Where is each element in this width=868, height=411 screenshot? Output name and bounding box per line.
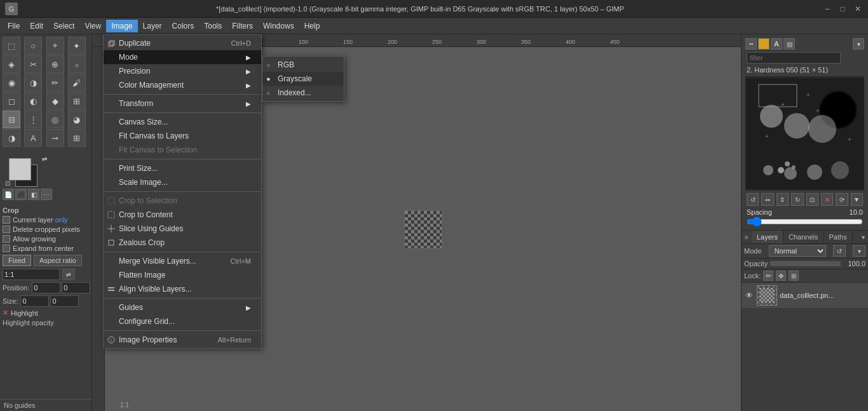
menu-canvas-size[interactable]: Canvas Size... bbox=[104, 115, 261, 129]
menu-image-properties[interactable]: i Image Properties Alt+Return bbox=[104, 333, 261, 347]
size-h-input[interactable] bbox=[50, 295, 79, 307]
tool-heal[interactable]: ⊟ bbox=[3, 111, 20, 128]
brush-reset-btn[interactable]: ↺ bbox=[747, 193, 759, 206]
mode-select[interactable]: Normal Multiply Screen bbox=[769, 245, 826, 257]
menu-print-size[interactable]: Print Size... bbox=[104, 161, 261, 175]
layer-item[interactable]: 👁 data_colllect.pn... bbox=[742, 283, 868, 308]
current-layer-only-checkbox[interactable] bbox=[3, 216, 10, 224]
size-ratio-swap[interactable]: ⇄ bbox=[62, 269, 75, 280]
menu-file[interactable]: File bbox=[3, 20, 25, 32]
menu-duplicate[interactable]: Duplicate Ctrl+D bbox=[104, 36, 261, 50]
fixed-radio-btn[interactable]: Fixed bbox=[3, 255, 31, 266]
brush-rotate-btn[interactable]: ↻ bbox=[791, 193, 803, 206]
tab-paths[interactable]: Paths bbox=[824, 231, 853, 243]
patterns-icon[interactable]: ⬛ bbox=[15, 189, 27, 200]
tool-ellipse-select[interactable]: ○ bbox=[24, 37, 42, 55]
new-image-icon[interactable]: 📄 bbox=[3, 189, 14, 200]
tool-free-select[interactable]: ⌖ bbox=[46, 37, 64, 55]
position-x-input[interactable] bbox=[32, 282, 60, 293]
layers-panel-icon[interactable]: ≡ bbox=[742, 231, 752, 243]
tool-pencil[interactable]: ✏ bbox=[46, 74, 64, 91]
size-ratio-input[interactable]: 1:1 bbox=[3, 269, 60, 280]
menu-zealous-crop[interactable]: Zealous Crop bbox=[104, 236, 261, 250]
foreground-color-icon[interactable] bbox=[758, 38, 770, 50]
menu-align-visible[interactable]: Align Visible Layers... bbox=[104, 282, 261, 296]
tool-text[interactable]: A bbox=[24, 129, 42, 147]
brush-pattern-icon[interactable]: ▪▪ bbox=[745, 38, 757, 50]
menu-help[interactable]: Help bbox=[299, 20, 325, 32]
tab-channels[interactable]: Channels bbox=[783, 231, 824, 243]
position-y-input[interactable] bbox=[62, 282, 90, 293]
maximize-button[interactable]: □ bbox=[837, 4, 848, 14]
layer-visibility-toggle[interactable]: 👁 bbox=[744, 290, 754, 300]
tool-fuzzy-select[interactable]: ✦ bbox=[68, 37, 86, 55]
tool-paintbrush[interactable]: 🖌 bbox=[68, 74, 86, 91]
minimize-button[interactable]: – bbox=[822, 4, 832, 14]
menu-color-management[interactable]: Color Management ▶ bbox=[104, 78, 261, 92]
more-options-icon[interactable]: ⋯ bbox=[41, 189, 52, 200]
tool-airbrush[interactable]: ◐ bbox=[24, 92, 42, 110]
menu-merge-visible[interactable]: Merge Visible Layers... Ctrl+M bbox=[104, 254, 261, 268]
menu-guides[interactable]: Guides ▶ bbox=[104, 300, 261, 314]
menu-colors[interactable]: Colors bbox=[167, 20, 200, 32]
tool-scissors-select[interactable]: ✂ bbox=[24, 55, 42, 73]
spacing-slider[interactable] bbox=[747, 219, 863, 224]
menu-view[interactable]: View bbox=[79, 20, 106, 32]
tool-align[interactable]: ⊞ bbox=[68, 129, 86, 147]
swap-colors-button[interactable]: ⇄ bbox=[42, 156, 47, 163]
reset-colors-button[interactable]: ⊡ bbox=[5, 180, 10, 187]
tool-blur[interactable]: ◎ bbox=[46, 111, 64, 128]
tool-perspective-clone[interactable]: ⋮ bbox=[24, 111, 42, 128]
menu-tools[interactable]: Tools bbox=[199, 20, 227, 32]
mode-reset-btn[interactable]: ↺ bbox=[833, 245, 846, 257]
tool-select-by-color[interactable]: ◈ bbox=[3, 55, 20, 73]
expand-from-center-checkbox[interactable] bbox=[3, 245, 10, 252]
menu-image[interactable]: Image bbox=[106, 20, 137, 32]
brush-flip-v-btn[interactable]: ⇕ bbox=[776, 193, 789, 206]
mode-menu-btn[interactable]: ▾ bbox=[853, 245, 865, 257]
delete-cropped-checkbox[interactable] bbox=[3, 226, 10, 233]
text-style-icon[interactable]: A bbox=[771, 38, 782, 50]
menu-fit-canvas-to-layers[interactable]: Fit Canvas to Layers bbox=[104, 129, 261, 143]
menu-edit[interactable]: Edit bbox=[25, 20, 48, 32]
brush-filter-input[interactable] bbox=[747, 52, 841, 64]
tab-layers[interactable]: Layers bbox=[752, 231, 783, 243]
menu-transform[interactable]: Transform ▶ bbox=[104, 97, 261, 111]
menu-windows[interactable]: Windows bbox=[258, 20, 299, 32]
menu-flatten-image[interactable]: Flatten Image bbox=[104, 268, 261, 282]
tool-measure[interactable]: ⊸ bbox=[46, 129, 64, 147]
highlight-x-icon[interactable]: ✕ bbox=[3, 309, 8, 317]
size-w-input[interactable] bbox=[20, 295, 49, 307]
tool-ink[interactable]: ◆ bbox=[46, 92, 64, 110]
menu-filters[interactable]: Filters bbox=[227, 20, 258, 32]
menu-scale-image[interactable]: Scale Image... bbox=[104, 175, 261, 189]
menu-mode[interactable]: Mode ▶ bbox=[104, 50, 261, 64]
brush-duplicate-btn[interactable]: ⊡ bbox=[806, 193, 818, 206]
tool-rect-select[interactable]: ⬚ bbox=[3, 37, 20, 55]
menu-layer[interactable]: Layer bbox=[138, 20, 167, 32]
tool-clone[interactable]: ⊞ bbox=[68, 92, 86, 110]
brush-flip-h-btn[interactable]: ⇔ bbox=[761, 193, 773, 206]
submenu-rgb[interactable]: ○ RGB bbox=[262, 58, 344, 72]
foreground-color-swatch[interactable] bbox=[9, 158, 31, 180]
layers-panel-menu[interactable]: ▾ bbox=[858, 231, 868, 243]
tool-dodge-burn[interactable]: ◑ bbox=[3, 129, 20, 147]
tool-smudge[interactable]: ◕ bbox=[68, 111, 86, 128]
gradients-icon[interactable]: ◧ bbox=[28, 189, 39, 200]
brush-panel-menu[interactable]: ▾ bbox=[853, 38, 864, 50]
tool-paths[interactable]: ⬦ bbox=[68, 55, 86, 73]
opacity-slider[interactable] bbox=[770, 261, 841, 266]
brush-refresh-btn[interactable]: ⟳ bbox=[836, 193, 848, 206]
lock-position-icon[interactable]: ✥ bbox=[776, 271, 786, 281]
aspect-ratio-radio-btn[interactable]: Aspect ratio bbox=[34, 255, 82, 266]
tool-paint-bucket[interactable]: ◉ bbox=[3, 74, 20, 91]
menu-crop-to-content[interactable]: Crop to Content bbox=[104, 208, 261, 222]
menu-precision[interactable]: Precision ▶ bbox=[104, 64, 261, 78]
brush-menu-btn[interactable]: ▾ bbox=[851, 193, 863, 206]
allow-growing-checkbox[interactable] bbox=[3, 235, 10, 243]
submenu-grayscale[interactable]: ● Grayscale bbox=[262, 72, 344, 86]
brush-delete-btn[interactable]: ✕ bbox=[821, 193, 833, 206]
menu-configure-grid[interactable]: Configure Grid... bbox=[104, 314, 261, 328]
menu-slice-using-guides[interactable]: Slice Using Guides bbox=[104, 222, 261, 236]
tool-foreground-select[interactable]: ⊕ bbox=[46, 55, 64, 73]
